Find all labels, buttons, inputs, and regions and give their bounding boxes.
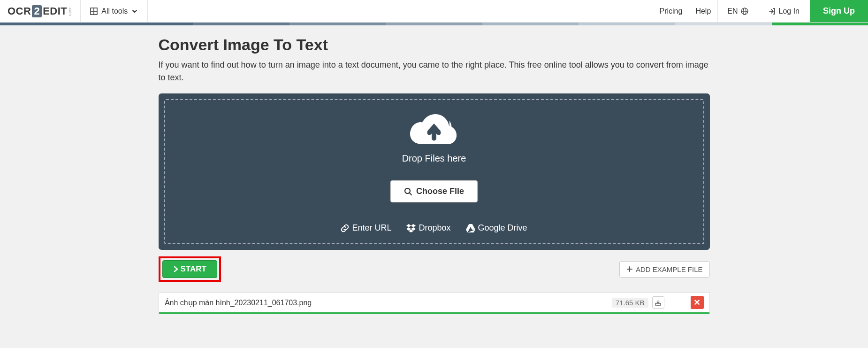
logo-part3: EDIT — [43, 5, 67, 17]
choose-file-label: Choose File — [416, 186, 464, 196]
header-spacer — [148, 0, 653, 22]
file-size: 71.65 KB — [612, 298, 648, 308]
chevron-right-icon — [173, 266, 179, 272]
dropbox-link[interactable]: Dropbox — [406, 223, 450, 233]
close-icon: ✕ — [693, 297, 700, 308]
login-label: Log In — [779, 7, 799, 15]
pricing-link[interactable]: Pricing — [653, 0, 689, 22]
main-content: Convert Image To Text If you want to fin… — [159, 25, 710, 314]
drop-text: Drop Files here — [165, 153, 703, 164]
logo-part2: 2 — [32, 5, 42, 17]
all-tools-label: All tools — [101, 7, 128, 15]
dropbox-label: Dropbox — [419, 223, 450, 233]
dropzone-inner: Drop Files here Choose File Enter URL — [164, 99, 704, 244]
page-title: Convert Image To Text — [159, 36, 710, 54]
stripe-segment — [772, 23, 868, 25]
all-tools-dropdown[interactable]: All tools — [81, 0, 148, 22]
file-download-button[interactable] — [652, 296, 664, 309]
language-selector[interactable]: EN — [717, 0, 758, 22]
gdrive-label: Google Drive — [478, 223, 527, 233]
google-drive-icon — [466, 224, 475, 232]
stripe-segment — [579, 23, 675, 25]
login-icon — [769, 8, 776, 15]
page-description: If you want to find out how to turn an i… — [159, 59, 710, 84]
svg-line-10 — [410, 193, 411, 195]
download-icon — [655, 299, 662, 306]
login-button[interactable]: Log In — [758, 0, 810, 22]
stripe-segment — [386, 23, 482, 25]
header-right: Pricing Help EN Log In Sign Up — [653, 0, 868, 22]
color-stripe — [0, 23, 868, 25]
help-label: Help — [695, 7, 711, 15]
search-icon — [404, 187, 412, 196]
file-name: Ảnh chụp màn hình_20230211_061703.png — [165, 298, 612, 307]
dropzone[interactable]: Drop Files here Choose File Enter URL — [159, 93, 710, 250]
stripe-segment — [675, 23, 772, 25]
enter-url-label: Enter URL — [352, 223, 391, 233]
import-row: Enter URL Dropbox Google Drive — [165, 223, 703, 233]
signup-label: Sign Up — [823, 6, 855, 16]
grid-icon — [90, 8, 98, 15]
google-drive-link[interactable]: Google Drive — [466, 223, 527, 233]
help-link[interactable]: Help — [689, 0, 717, 22]
signup-button[interactable]: Sign Up — [810, 0, 868, 22]
svg-marker-11 — [406, 224, 411, 227]
cloud-upload-icon — [408, 110, 460, 150]
logo-sub: .com — [68, 7, 73, 16]
top-nav: OCR 2 EDIT .com All tools Pricing Help E… — [0, 0, 868, 23]
dropbox-icon — [406, 224, 416, 232]
logo-part1: OCR — [8, 5, 31, 17]
svg-rect-21 — [655, 303, 661, 305]
file-remove-button[interactable]: ✕ — [691, 296, 704, 309]
enter-url-link[interactable]: Enter URL — [341, 223, 391, 233]
file-row: Ảnh chụp màn hình_20230211_061703.png 71… — [159, 292, 710, 314]
svg-marker-12 — [411, 224, 416, 227]
stripe-segment — [193, 23, 289, 25]
stripe-segment — [289, 23, 386, 25]
plus-icon — [626, 266, 633, 272]
link-icon — [341, 224, 349, 232]
stripe-segment — [482, 23, 579, 25]
action-row: START ADD EXAMPLE FILE — [159, 256, 710, 282]
language-code: EN — [727, 7, 738, 15]
start-label: START — [181, 264, 206, 274]
chevron-down-icon — [131, 8, 138, 15]
logo-text: OCR 2 EDIT — [8, 5, 67, 17]
start-button[interactable]: START — [162, 260, 217, 278]
globe-icon — [741, 8, 748, 15]
add-example-button[interactable]: ADD EXAMPLE FILE — [619, 261, 710, 278]
choose-file-button[interactable]: Choose File — [390, 180, 478, 202]
pricing-label: Pricing — [659, 7, 682, 15]
add-example-label: ADD EXAMPLE FILE — [636, 265, 703, 273]
start-highlight: START — [159, 256, 221, 282]
stripe-segment — [0, 23, 97, 25]
logo[interactable]: OCR 2 EDIT .com — [0, 0, 81, 22]
stripe-segment — [97, 23, 193, 25]
